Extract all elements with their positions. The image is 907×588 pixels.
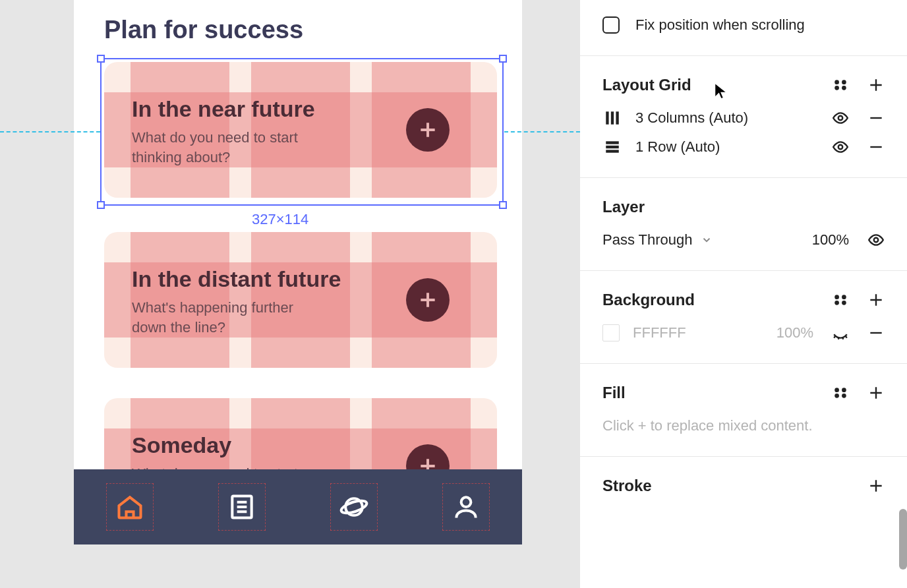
fix-position-checkbox[interactable] [602, 16, 620, 34]
fill-section: Fill Click + to replace mixed content. [580, 364, 907, 457]
svg-point-24 [842, 394, 845, 397]
stroke-section: Stroke [580, 457, 907, 520]
fix-position-label: Fix position when scrolling [635, 16, 805, 34]
eye-closed-icon [832, 324, 849, 341]
svg-point-7 [842, 86, 845, 89]
panel-scrollbar[interactable] [899, 509, 907, 570]
svg-point-4 [835, 81, 838, 84]
add-button[interactable] [406, 108, 450, 152]
canvas[interactable]: Plan for success In the near future What… [0, 0, 580, 588]
section-title: Layout Grid [602, 76, 691, 94]
layout-grid-item-label: 1 Row (Auto) [635, 138, 720, 156]
svg-point-5 [842, 81, 845, 84]
eye-open-icon [832, 138, 849, 156]
svg-point-22 [842, 389, 845, 392]
card-distant-future[interactable]: In the distant future What's happening f… [104, 232, 497, 368]
dots-grid-icon [832, 76, 849, 94]
layout-grid-item-label: 3 Columns (Auto) [635, 109, 748, 127]
section-title: Stroke [602, 477, 652, 495]
plus-icon [867, 384, 885, 401]
card-title: In the distant future [132, 266, 341, 292]
selection-dimensions: 327×114 [252, 211, 308, 228]
svg-rect-9 [611, 111, 614, 125]
svg-rect-8 [606, 111, 608, 125]
design-panel: Fix position when scrolling Layout Grid … [580, 0, 907, 588]
plus-icon [867, 477, 885, 494]
page-title: Plan for success [104, 16, 303, 44]
section-title: Layer [602, 198, 645, 216]
fill-hint: Click + to replace mixed content. [602, 417, 813, 434]
color-swatch[interactable] [602, 324, 620, 341]
layout-grid-item[interactable]: 1 Row (Auto) [602, 132, 885, 162]
add-layout-grid-button[interactable] [867, 76, 885, 94]
tab-explore[interactable] [339, 492, 368, 521]
svg-point-6 [835, 86, 838, 89]
remove-button[interactable] [867, 138, 885, 156]
plus-icon [417, 119, 438, 140]
layer-section: Layer Pass Through 100% [580, 178, 907, 271]
svg-point-23 [835, 394, 838, 397]
add-fill-button[interactable] [867, 384, 885, 401]
background-hex[interactable]: FFFFFF [633, 324, 686, 341]
remove-button[interactable] [867, 324, 885, 341]
alignment-guide [504, 131, 580, 132]
eye-open-icon [832, 109, 849, 127]
rows-icon [602, 138, 622, 156]
device-frame: Plan for success In the near future What… [74, 0, 522, 544]
svg-rect-13 [606, 146, 619, 148]
add-background-button[interactable] [867, 291, 885, 309]
toggle-visibility-button[interactable] [832, 138, 849, 156]
svg-point-15 [838, 145, 843, 150]
card-near-future[interactable]: In the near future What do you need to s… [104, 62, 497, 198]
background-styles-button[interactable] [832, 291, 849, 309]
card-title: Someday [132, 432, 231, 458]
background-section: Background FFFFFF 100% [580, 271, 907, 364]
dots-grid-icon [832, 384, 849, 401]
section-title: Fill [602, 384, 626, 402]
dots-grid-icon [832, 291, 849, 309]
background-opacity[interactable]: 100% [776, 324, 813, 341]
section-title: Background [602, 291, 695, 309]
chevron-down-icon [701, 234, 713, 246]
eye-open-icon [867, 231, 885, 249]
mouse-cursor [712, 82, 730, 100]
columns-icon [602, 109, 622, 127]
tab-profile[interactable] [452, 492, 481, 521]
plus-icon [417, 289, 438, 310]
fill-styles-button[interactable] [832, 384, 849, 401]
minus-icon [867, 324, 885, 341]
toggle-visibility-button[interactable] [832, 324, 849, 341]
tab-list[interactable] [227, 492, 256, 521]
tab-home[interactable] [115, 492, 144, 521]
card-title: In the near future [132, 96, 315, 122]
alignment-guide [0, 131, 100, 132]
svg-point-11 [838, 116, 843, 121]
svg-point-18 [842, 296, 845, 299]
add-button[interactable] [406, 278, 450, 322]
add-stroke-button[interactable] [867, 477, 885, 494]
svg-point-21 [835, 389, 838, 392]
svg-point-19 [835, 301, 838, 304]
layout-grid-section: Layout Grid 3 Columns (Auto) [580, 56, 907, 178]
layout-grid-item[interactable]: 3 Columns (Auto) [602, 103, 885, 132]
card-subtitle: What do you need to start thinking about… [132, 128, 330, 167]
plus-icon [867, 291, 885, 309]
device-tabbar [74, 469, 522, 544]
svg-point-20 [842, 301, 845, 304]
background-fill-row[interactable]: FFFFFF 100% [602, 318, 885, 347]
svg-rect-10 [616, 111, 618, 125]
fix-position-row[interactable]: Fix position when scrolling [602, 11, 885, 40]
svg-point-16 [874, 238, 879, 243]
layer-opacity-input[interactable]: 100% [812, 231, 849, 249]
toggle-visibility-button[interactable] [867, 231, 885, 249]
plus-icon [867, 76, 885, 94]
minus-icon [867, 109, 885, 127]
svg-rect-12 [606, 141, 619, 144]
blend-mode-select[interactable]: Pass Through [602, 231, 713, 249]
card-subtitle: What's happening further down the line? [132, 298, 330, 337]
grid-styles-button[interactable] [832, 76, 849, 94]
remove-button[interactable] [867, 109, 885, 127]
svg-point-17 [835, 296, 838, 299]
toggle-visibility-button[interactable] [832, 109, 849, 127]
minus-icon [867, 138, 885, 156]
